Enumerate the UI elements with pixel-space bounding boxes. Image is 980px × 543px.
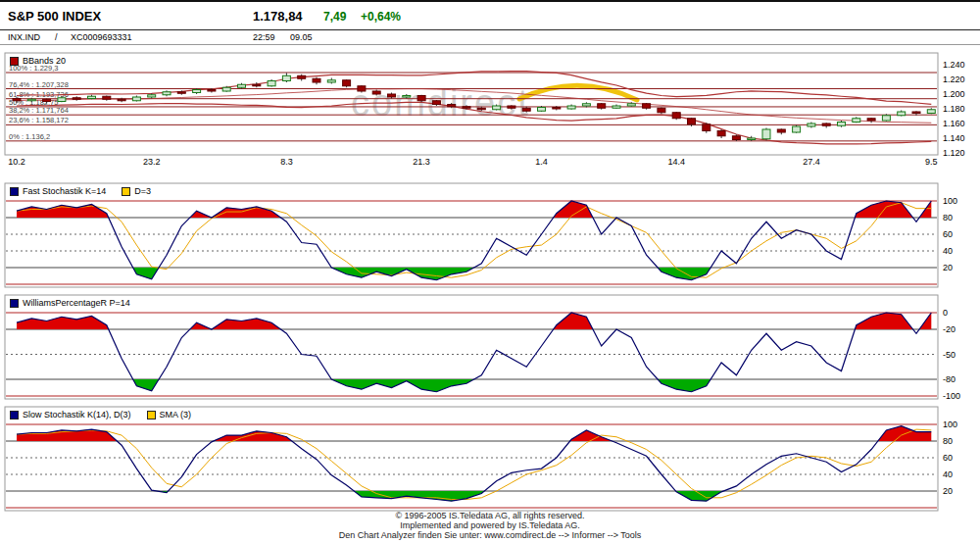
fast-k-legend-label: Fast Stochastik K=14 — [23, 186, 106, 196]
svg-text:76,4% : 1.207,328: 76,4% : 1.207,328 — [9, 80, 69, 89]
fast-k-swatch-icon — [10, 187, 19, 196]
svg-text:100: 100 — [943, 420, 957, 429]
svg-text:8.3: 8.3 — [280, 157, 293, 167]
last-price: 1.178,84 — [253, 9, 303, 24]
symbol-separator: / — [55, 32, 58, 42]
bbands-legend-label: BBands 20 — [23, 56, 66, 66]
svg-text:1.220: 1.220 — [943, 74, 965, 84]
svg-text:-20: -20 — [943, 324, 956, 334]
footer-line-1: © 1996-2005 IS.Teledata AG, all rights r… — [0, 511, 980, 520]
slow-sma-swatch-icon — [147, 411, 156, 420]
quote-header: S&P 500 INDEX 1.178,84 7,49 +0,64% — [0, 0, 980, 30]
fast-stochastic-chart: 10080604020 — [0, 181, 980, 291]
svg-text:1.120: 1.120 — [943, 148, 965, 158]
price-change: 7,49 — [323, 10, 346, 24]
svg-text:60: 60 — [943, 229, 953, 239]
svg-text:1.200: 1.200 — [943, 89, 965, 99]
svg-text:23,6% : 1.158,172: 23,6% : 1.158,172 — [9, 116, 69, 124]
fast-stochastic-legend: Fast Stochastik K=14 D=3 — [10, 186, 151, 196]
slow-stochastic-chart: 10080604020 — [0, 405, 980, 515]
svg-text:100: 100 — [943, 196, 957, 206]
svg-text:1.160: 1.160 — [943, 119, 965, 128]
svg-text:80: 80 — [943, 436, 953, 446]
svg-text:60: 60 — [943, 453, 953, 463]
svg-text:40: 40 — [943, 469, 953, 479]
quote-time: 22:59 — [253, 32, 275, 42]
svg-text:21.3: 21.3 — [413, 157, 430, 167]
williams-swatch-icon — [10, 299, 19, 308]
footer-line-3: Den Chart Analyzer finden Sie unter: www… — [0, 530, 980, 540]
instrument-symbol: INX.IND — [8, 32, 40, 42]
bbands-legend: BBands 20 — [10, 56, 66, 66]
slow-sma-legend-label: SMA (3) — [160, 410, 192, 420]
svg-text:-50: -50 — [943, 350, 956, 360]
svg-text:-100: -100 — [943, 391, 960, 401]
svg-text:80: 80 — [943, 213, 953, 222]
slow-k-legend-label: Slow Stochastik K(14), D(3) — [23, 410, 131, 420]
svg-text:23.2: 23.2 — [143, 157, 161, 167]
williams-legend-label: WilliamsPercentageR P=14 — [23, 298, 130, 308]
svg-text:10.2: 10.2 — [8, 157, 25, 167]
main-price-chart: comdirect100% : 1.229,376,4% : 1.207,328… — [0, 45, 980, 176]
fast-d-legend-label: D=3 — [134, 186, 151, 196]
svg-text:20: 20 — [943, 263, 953, 272]
price-change-percent: +0,64% — [361, 10, 401, 24]
instrument-subheader: INX.IND / XC0009693331 22:59 09.05 — [0, 30, 980, 45]
svg-text:1.140: 1.140 — [943, 133, 965, 143]
svg-text:14.4: 14.4 — [667, 157, 685, 167]
svg-text:38,2% : 1.171,764: 38,2% : 1.171,764 — [9, 106, 69, 115]
slow-stochastic-legend: Slow Stochastik K(14), D(3) SMA (3) — [10, 410, 191, 420]
instrument-isin: XC0009693331 — [71, 32, 132, 42]
svg-text:27.4: 27.4 — [803, 157, 820, 167]
williams-legend: WilliamsPercentageR P=14 — [10, 298, 130, 308]
svg-text:0% : 1.136,2: 0% : 1.136,2 — [9, 132, 50, 141]
svg-text:1.4: 1.4 — [535, 157, 548, 167]
svg-text:1.180: 1.180 — [943, 104, 965, 114]
svg-text:1.240: 1.240 — [943, 60, 965, 70]
bbands-swatch-icon — [10, 57, 19, 66]
svg-text:20: 20 — [943, 486, 953, 496]
williams-percent-r-chart: 0-20-50-80-100 — [0, 293, 980, 403]
svg-text:0: 0 — [943, 308, 948, 318]
slow-k-swatch-icon — [10, 411, 19, 420]
svg-text:40: 40 — [943, 246, 953, 256]
fast-d-swatch-icon — [122, 187, 130, 196]
footer-line-2: Implemented and powered by IS.Teledata A… — [0, 520, 980, 530]
svg-text:9.5: 9.5 — [925, 157, 938, 167]
svg-text:-80: -80 — [943, 374, 956, 384]
instrument-title: S&P 500 INDEX — [8, 9, 101, 24]
copyright-footer: © 1996-2005 IS.Teledata AG, all rights r… — [0, 511, 980, 540]
quote-date: 09.05 — [290, 32, 313, 42]
